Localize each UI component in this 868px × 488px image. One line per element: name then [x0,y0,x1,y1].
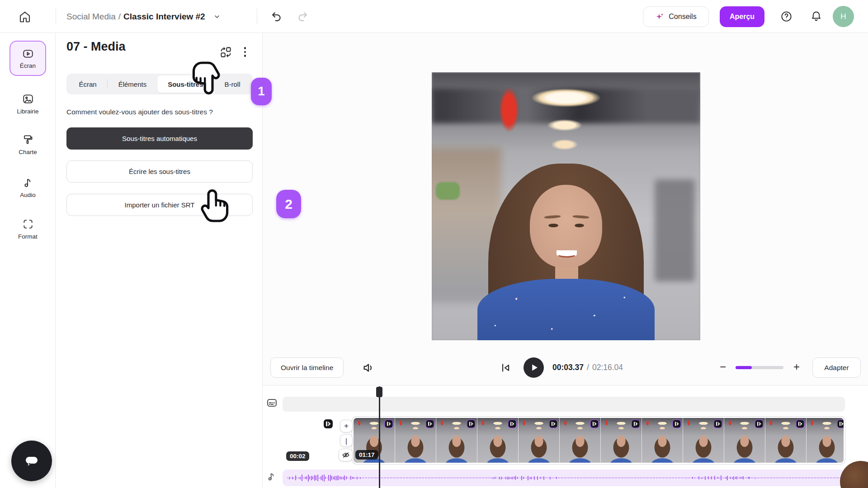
waveform-bar [558,477,559,479]
waveform-bar [388,477,389,479]
waveform-bar [453,477,454,479]
waveform-bar [836,477,837,479]
waveform-bar [297,477,297,479]
waveform-bar [612,477,613,479]
waveform-bar [640,477,641,479]
waveform-bar [331,476,332,480]
subtitles-track[interactable] [283,397,845,412]
tab-ecran[interactable]: Écran [68,75,107,93]
waveform-bar [729,477,730,479]
sidebar-item-audio[interactable]: Audio [0,177,56,198]
zoom-out-button[interactable]: − [716,357,730,377]
waveform-bar [502,477,503,479]
waveform-bar [667,477,668,479]
waveform-bar [328,475,329,481]
replace-screen-button[interactable] [220,46,232,58]
waveform-bar [602,477,603,479]
sidebar-item-charte[interactable]: Charte [0,134,56,155]
tab-sous-titres[interactable]: Sous-titres [157,75,214,93]
question-circle-icon [780,10,793,23]
waveform-bar [485,477,486,479]
audio-track[interactable] [283,469,845,486]
video-preview[interactable] [432,72,700,340]
waveform-bar [745,477,745,479]
waveform-bar [287,477,288,479]
intro-clip[interactable]: WHAT'S PLAYPLAY? 00:02 [283,417,344,464]
waveform-bar [479,477,480,479]
waveform-bar [319,477,320,479]
help-button[interactable] [780,10,793,23]
waveform-bar [749,477,750,479]
hide-subtitles-button[interactable] [339,449,353,461]
waveform-bar [515,476,516,480]
waveform-bar [321,476,321,480]
waveform-bar [609,477,609,479]
waveform-bar [396,477,397,479]
tab-b-roll[interactable]: B-roll [214,75,251,93]
tab-elements[interactable]: Éléments [108,75,157,93]
waveform-bar [448,477,449,479]
redo-button[interactable] [296,10,309,23]
transition-button[interactable]: | [340,434,353,447]
interview-clip[interactable]: 01:17 [352,417,845,464]
clip-thumbnail [477,418,518,463]
fit-button[interactable]: Adapter [812,357,861,378]
waveform-bar [594,477,595,479]
play-button[interactable] [524,357,544,378]
sidebar-item-label: Charte [19,149,37,155]
waveform-bar [657,477,658,479]
waveform-bar [792,477,793,479]
bell-icon [810,10,822,22]
format-icon [22,218,34,230]
chat-widget-button[interactable] [11,441,52,481]
sidebar-item-librairie[interactable]: Librairie [0,93,56,115]
waveform-bar [406,477,407,479]
waveform-bar [597,477,598,479]
waveform-bar [504,477,505,479]
waveform-bar [619,477,620,479]
waveform-bar [748,477,749,479]
waveform-bar [442,477,443,479]
waveform-bar [759,477,760,479]
sidebar-item-ecran[interactable]: Écran [9,41,46,76]
sidebar-item-label: Audio [20,192,36,198]
top-bar: Social Media / Classic Interview #2 Cons… [0,0,868,33]
sidebar-item-format[interactable]: Format [0,218,56,240]
waveform-bar [632,477,633,479]
breadcrumb[interactable]: Social Media / Classic Interview #2 [66,0,221,33]
waveform-bar [362,477,363,479]
undo-button[interactable] [270,10,283,23]
avatar[interactable]: H [833,6,854,27]
waveform-bar [588,477,589,479]
waveform-bar [838,477,839,479]
apercu-button[interactable]: Aperçu [720,6,764,27]
conseils-button[interactable]: Conseils [643,6,709,27]
conseils-label: Conseils [669,13,696,21]
panel-menu-button[interactable] [240,46,250,58]
waveform-bar [648,477,649,479]
auto-subtitles-button[interactable]: Sous-titres automatiques [66,127,253,150]
background-window [655,179,695,281]
playhead-handle[interactable] [376,387,382,397]
skip-to-start-button[interactable] [500,362,511,374]
waveform-bar [726,477,726,479]
add-screen-button[interactable]: + [340,420,353,432]
notifications-button[interactable] [810,10,822,22]
waveform-bar [740,477,741,479]
redo-icon [296,10,309,23]
waveform-bar [760,477,761,479]
write-subtitles-button[interactable]: Écrire les sous-titres [66,160,253,183]
waveform-bar [341,477,342,479]
option-label: Importer un fichier SRT [125,201,195,209]
waveform-bar [429,477,430,479]
import-srt-button[interactable]: Importer un fichier SRT [66,194,253,216]
zoom-slider[interactable] [736,366,783,369]
waveform-bar [395,477,396,479]
waveform-bar [635,477,636,479]
sidebar-item-label: Librairie [17,108,38,115]
zoom-in-button[interactable]: + [790,357,803,377]
waveform-bar [779,477,780,479]
volume-button[interactable] [362,361,375,375]
home-button[interactable] [18,10,33,23]
open-timeline-button[interactable]: Ouvrir la timeline [270,357,344,378]
